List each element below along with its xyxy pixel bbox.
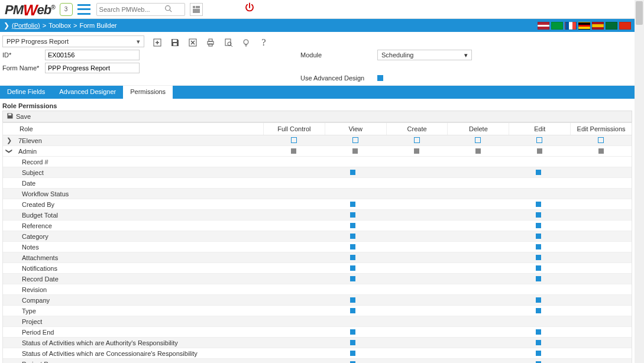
checkbox[interactable] <box>536 234 541 239</box>
checkbox[interactable] <box>536 329 541 335</box>
checkbox[interactable] <box>536 276 541 281</box>
tab-advanced-designer[interactable]: Advanced Designer <box>52 86 123 99</box>
field-row: Notes <box>3 242 632 252</box>
help-icon[interactable]: ? <box>258 37 270 48</box>
checkbox[interactable] <box>350 234 355 239</box>
checkbox[interactable] <box>536 255 541 260</box>
form-select[interactable]: PPP Progress Report ▾ <box>2 35 144 47</box>
breadcrumb-portfolio[interactable]: (Portfolio) <box>12 22 40 29</box>
collapse-icon[interactable]: ❯ <box>5 145 13 157</box>
checkbox[interactable] <box>350 297 355 303</box>
flag-sa[interactable] <box>606 22 617 30</box>
flag-es[interactable] <box>592 22 604 30</box>
checkbox[interactable] <box>598 137 604 143</box>
apps-icon[interactable] <box>190 3 203 16</box>
search-input[interactable] <box>99 6 164 13</box>
checkbox[interactable] <box>536 212 541 218</box>
checkbox[interactable] <box>350 202 355 207</box>
checkbox[interactable] <box>350 170 355 175</box>
menu-icon[interactable] <box>77 4 90 15</box>
flag-us[interactable] <box>538 22 549 30</box>
field-label: Status of Activities which are Concessio… <box>15 350 260 357</box>
form-select-value: PPP Progress Report <box>7 38 69 45</box>
checkbox[interactable] <box>350 361 355 364</box>
save-button[interactable]: Save <box>16 113 31 120</box>
checkbox[interactable] <box>350 223 355 228</box>
checkbox[interactable] <box>350 244 355 249</box>
role-admin[interactable]: Admin <box>15 148 263 155</box>
role-7eleven[interactable]: 7Eleven <box>15 137 263 144</box>
formname-label: Form Name* <box>2 64 45 72</box>
checkbox[interactable] <box>536 223 541 228</box>
module-select[interactable]: Scheduling ▾ <box>377 50 472 60</box>
field-label: Date <box>15 180 260 187</box>
checkbox[interactable] <box>350 255 355 260</box>
svg-rect-3 <box>196 6 200 8</box>
checkbox[interactable] <box>536 244 541 249</box>
svg-point-0 <box>165 5 170 10</box>
tab-permissions[interactable]: Permissions <box>123 86 173 99</box>
field-row: Workflow Status <box>3 189 632 199</box>
field-label: Record # <box>15 158 260 166</box>
checkbox[interactable] <box>475 148 481 154</box>
checkbox[interactable] <box>537 148 542 154</box>
scrollbar[interactable] <box>635 0 644 363</box>
checkbox[interactable] <box>536 265 541 271</box>
tab-define-fields[interactable]: Define Fields <box>0 86 52 99</box>
checkbox[interactable] <box>536 137 542 143</box>
checkbox[interactable] <box>536 297 541 303</box>
checkbox[interactable] <box>475 137 481 143</box>
print-icon[interactable] <box>205 37 216 48</box>
checkbox[interactable] <box>414 137 420 143</box>
checkbox[interactable] <box>352 137 358 143</box>
checkbox[interactable] <box>350 276 355 281</box>
field-row: Status of Activities which are Concessio… <box>3 348 632 359</box>
checkbox[interactable] <box>291 137 297 143</box>
checkbox[interactable] <box>536 361 541 364</box>
checkbox[interactable] <box>291 148 296 154</box>
col-view: View <box>325 123 386 135</box>
power-icon[interactable] <box>244 2 255 16</box>
scrollbar-thumb[interactable] <box>636 1 643 25</box>
bulb-icon[interactable] <box>240 37 252 48</box>
flag-fr[interactable] <box>565 22 577 30</box>
checkbox[interactable] <box>350 308 355 313</box>
flag-de[interactable] <box>578 22 590 30</box>
id-input[interactable] <box>45 50 140 60</box>
flag-cn[interactable] <box>619 22 631 30</box>
checkbox[interactable] <box>350 351 355 356</box>
advanced-design-checkbox[interactable] <box>377 75 383 81</box>
field-row: Status of Activities which are Authority… <box>3 338 632 348</box>
save-icon-small[interactable] <box>7 112 14 121</box>
checkbox[interactable] <box>414 148 419 154</box>
checkbox[interactable] <box>598 148 604 154</box>
field-row: Project Progress <box>3 359 632 363</box>
breadcrumb: ❯ (Portfolio) > Toolbox > Form Builder <box>0 19 635 32</box>
checkbox[interactable] <box>350 329 355 335</box>
preview-icon[interactable] <box>222 37 234 48</box>
checkbox[interactable] <box>536 351 541 356</box>
expand-icon[interactable]: ❯ <box>3 137 15 144</box>
shield-count: 3 <box>64 6 68 12</box>
formname-input[interactable] <box>45 63 140 73</box>
search-box[interactable] <box>96 3 185 16</box>
delete-icon[interactable] <box>187 37 199 48</box>
add-icon[interactable] <box>151 37 163 48</box>
checkbox[interactable] <box>350 212 355 218</box>
checkbox[interactable] <box>350 265 355 271</box>
checkbox[interactable] <box>536 308 541 313</box>
checkbox[interactable] <box>536 202 541 207</box>
logo-eb: eb <box>37 2 51 17</box>
field-row: Notifications <box>3 263 632 274</box>
svg-rect-2 <box>193 6 195 8</box>
breadcrumb-back-icon[interactable]: ❯ <box>4 21 9 30</box>
save-icon[interactable] <box>169 37 181 48</box>
checkbox[interactable] <box>536 340 541 345</box>
checkbox[interactable] <box>352 148 358 154</box>
search-icon[interactable] <box>164 5 172 14</box>
flag-br[interactable] <box>551 22 563 30</box>
shield-badge[interactable]: 3 <box>60 3 73 16</box>
checkbox[interactable] <box>536 170 541 175</box>
breadcrumb-toolbox[interactable]: Toolbox <box>48 22 71 29</box>
checkbox[interactable] <box>350 340 355 345</box>
